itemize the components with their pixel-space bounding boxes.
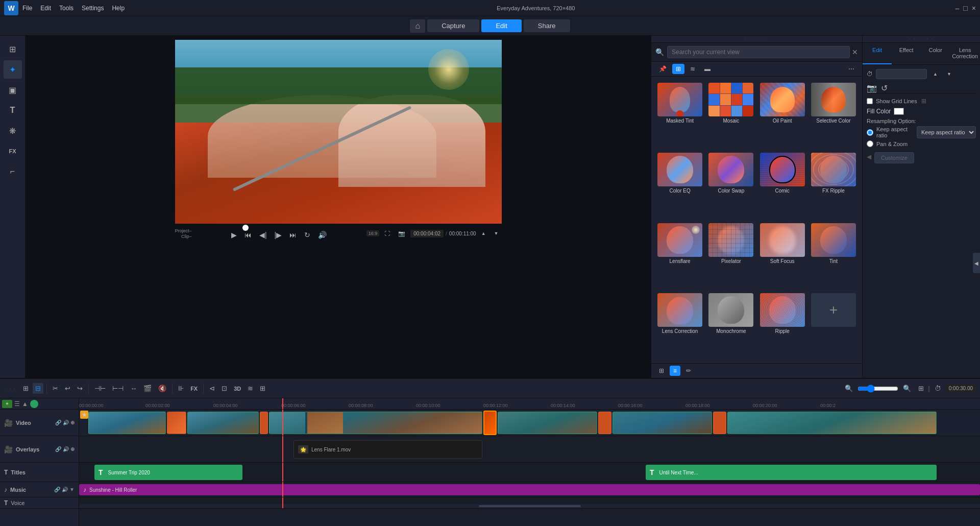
effects-search-input[interactable] [667, 46, 850, 58]
time-up[interactable]: ▲ [930, 70, 941, 78]
filter-audio[interactable]: ≋ [687, 64, 699, 74]
music-mute-icon[interactable]: 🔊 [62, 487, 68, 492]
timeline-cursor[interactable] [282, 398, 283, 409]
tl-fx-btn[interactable]: FX [188, 384, 200, 393]
tl-undo-btn[interactable]: ↩ [62, 383, 73, 394]
music-clip[interactable]: ♪ Sunshine - Hill Roller [79, 484, 980, 495]
customize-button[interactable]: Customize [874, 152, 914, 163]
tl-3d-btn[interactable]: 3D [231, 384, 243, 393]
keep-aspect-ratio-radio[interactable] [867, 129, 873, 136]
tab-lens-correction[interactable]: Lens Correction [950, 43, 980, 64]
fx-instant-tool[interactable]: ✦ [4, 60, 22, 79]
effect-masked-tint[interactable]: Masked Tint [655, 81, 704, 149]
resampling-dropdown[interactable]: Keep aspect ratio [917, 126, 976, 138]
music-link-icon[interactable]: 🔗 [54, 487, 60, 492]
effects-search-clear[interactable]: ✕ [852, 48, 858, 56]
time-spinner-down[interactable]: ▼ [491, 230, 502, 237]
effect-oil-paint[interactable]: Oil Paint [758, 81, 807, 149]
video-clip-orange-1[interactable] [167, 412, 186, 434]
effects-edit-icon[interactable]: ✏ [682, 366, 695, 376]
effect-ripple[interactable]: Ripple [758, 291, 807, 359]
media-tool[interactable]: ⊞ [4, 40, 22, 58]
tl-snap-btn[interactable]: ⊲ [207, 383, 217, 394]
fx-tool[interactable]: FX [4, 142, 22, 160]
tl-motion-btn[interactable]: ≋ [245, 383, 256, 394]
menu-edit[interactable]: Edit [40, 5, 51, 12]
timeline-grid-btn[interactable]: ⊞ [20, 383, 31, 394]
track-expand-btn[interactable]: ▲ [22, 400, 28, 408]
video-clip-2[interactable] [187, 412, 259, 434]
time-down[interactable]: ▼ [944, 70, 954, 78]
effect-mosaic[interactable]: Mosaic [706, 81, 755, 149]
tl-fit-btn[interactable]: ⊞ [916, 383, 926, 394]
tl-redo-btn[interactable]: ↪ [75, 383, 85, 394]
tl-mute-btn[interactable]: 🔇 [156, 383, 169, 394]
video-clip-1[interactable] [88, 412, 166, 434]
tab-edit[interactable]: Edit [481, 19, 521, 32]
add-track-btn[interactable]: + [2, 400, 12, 408]
tl-zoom-slider[interactable] [857, 385, 898, 393]
rotate-icon[interactable]: ↺ [881, 83, 888, 93]
prev-frame-button[interactable]: ⏮ [241, 230, 255, 240]
menu-file[interactable]: File [22, 5, 32, 12]
overlays-expand-icon[interactable]: ⊕ [70, 446, 75, 452]
tab-edit[interactable]: Edit [863, 43, 892, 64]
effect-tint[interactable]: Tint [809, 221, 858, 289]
tl-more-btn[interactable]: ⊞ [257, 383, 268, 394]
fullscreen-button[interactable]: ⛶ [381, 229, 393, 237]
effect-add-more[interactable]: + [809, 291, 858, 359]
video-clip-6[interactable] [727, 412, 937, 434]
next-frame-button[interactable]: ⏭ [286, 230, 300, 240]
snapshot-button[interactable]: 📷 [395, 229, 408, 238]
overlays-mute-icon[interactable]: 🔊 [63, 446, 69, 452]
animation-tool[interactable]: ❋ [4, 122, 22, 140]
camera-icon[interactable]: 📷 [867, 83, 877, 93]
video-clip-orange-5[interactable] [713, 412, 726, 434]
tl-split-btn[interactable]: ⊢⊣ [110, 383, 126, 394]
effect-color-eq[interactable]: Color EQ [655, 151, 704, 219]
pan-zoom-radio[interactable] [867, 140, 873, 147]
step-forward-button[interactable]: |▶ [272, 230, 285, 240]
tl-zoom-in-btn[interactable]: 🔍 [900, 383, 914, 394]
video-clip-orange-4[interactable] [598, 412, 611, 434]
filter-pin[interactable]: 📌 [655, 64, 670, 74]
tab-capture[interactable]: Capture [427, 19, 479, 32]
filter-all[interactable]: ⊞ [672, 64, 684, 74]
menu-tools[interactable]: Tools [59, 5, 74, 12]
effect-monochrome[interactable]: Monochrome [706, 291, 755, 359]
effect-lens-correction[interactable]: Lens Correction [655, 291, 704, 359]
overlays-link-icon[interactable]: 🔗 [55, 446, 61, 452]
effect-selective-color[interactable]: Selective Color [809, 81, 858, 149]
loop-button[interactable]: ↻ [301, 230, 313, 240]
tl-trim-btn[interactable]: ⊣⊢ [92, 383, 108, 394]
right-panel-collapse[interactable]: ◀ [973, 253, 980, 273]
split-screen-tool[interactable]: ▣ [4, 81, 22, 99]
tl-extend-btn[interactable]: ↔ [128, 383, 139, 394]
track-settings-btn[interactable]: ☰ [14, 400, 20, 408]
video-mute-icon[interactable]: 🔊 [63, 420, 69, 425]
video-clip-5[interactable] [612, 412, 712, 434]
video-expand-icon[interactable]: ⊕ [70, 420, 75, 425]
effect-lensflare[interactable]: Lensflare [655, 221, 704, 289]
time-spinner-up[interactable]: ▲ [478, 230, 489, 237]
minimize-button[interactable]: – [955, 4, 960, 12]
timeline-tracks[interactable]: 00:00:00:00 00:00:02:00 00:00:04:00 00:0… [79, 398, 980, 526]
effects-list-view[interactable]: ≡ [670, 366, 680, 376]
timeline-scrollbar[interactable] [79, 504, 980, 508]
video-clip-selected[interactable] [483, 411, 497, 435]
tab-share[interactable]: Share [524, 19, 570, 32]
title-clip-1[interactable]: T Summer Trip 2020 [94, 465, 242, 480]
tl-cut-btn[interactable]: ✂ [50, 383, 61, 394]
fill-color-swatch[interactable] [894, 108, 904, 115]
filter-slider[interactable]: ⋯ [845, 64, 858, 74]
effects-grid-view[interactable]: ⊞ [655, 366, 668, 376]
effect-fx-ripple[interactable]: FX Ripple [809, 151, 858, 219]
video-link-icon[interactable]: 🔗 [55, 420, 61, 425]
effect-comic[interactable]: Comic [758, 151, 807, 219]
mask-tool[interactable]: ⌐ [4, 162, 22, 181]
tl-mask-btn[interactable]: ⊡ [219, 383, 230, 394]
tab-effect[interactable]: Effect [892, 43, 921, 64]
video-clip-3[interactable] [269, 412, 482, 434]
timeline-tracks-btn[interactable]: ⊟ [33, 383, 43, 394]
video-clip-4[interactable] [498, 412, 597, 434]
